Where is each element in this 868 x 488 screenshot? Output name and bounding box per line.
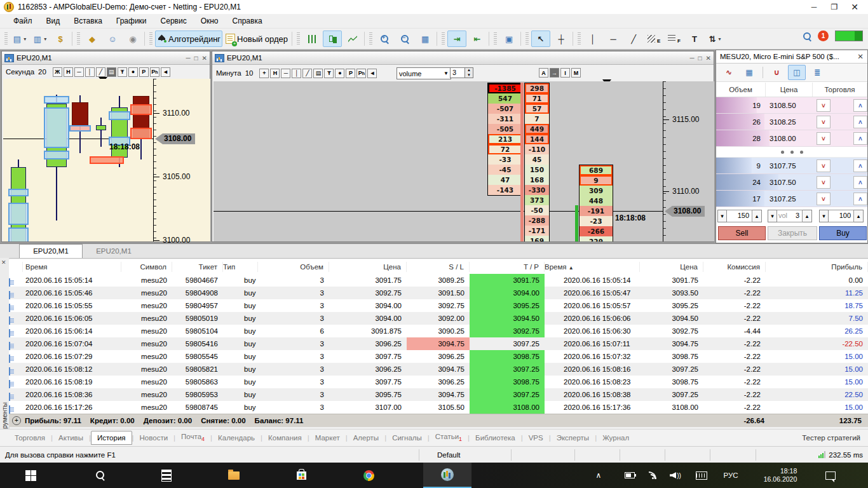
menu-item-6[interactable]: Справка	[226, 15, 269, 27]
history-row[interactable]: 2020.06.16 15:17:26mesu2059808745buy3310…	[9, 401, 868, 414]
metatrader-button[interactable]	[423, 463, 471, 488]
column-header-Комиссия[interactable]: Комиссия	[703, 262, 766, 272]
sell-arrow-button[interactable]: ˅	[817, 132, 831, 145]
cluster-mode-button-0[interactable]: A	[539, 68, 548, 78]
tab-алерты[interactable]: Алерты	[348, 431, 384, 444]
spinner-down-button[interactable]: ▾	[717, 210, 727, 222]
bars-chart-button[interactable]	[302, 30, 322, 47]
clock[interactable]: 18:18 16.06.2020	[750, 463, 811, 488]
line-chart-button[interactable]	[343, 30, 362, 47]
cluster-tool-button-2[interactable]: ─	[74, 67, 84, 77]
close-icon[interactable]: ✕	[1, 259, 6, 266]
minimize-button[interactable]: ─	[804, 1, 824, 13]
close-position-button[interactable]: Закрыть	[768, 226, 817, 240]
cluster-tool-button-6[interactable]: Ŧ	[118, 67, 127, 77]
dom-row[interactable]: 193108.50˅˄	[716, 97, 867, 114]
chart-window-left-titlebar[interactable]: EPU20,M1 ─ □ ✕	[2, 51, 210, 65]
auto-scroll-button[interactable]: ⇥	[447, 30, 466, 47]
dom-row[interactable]: 283108.00˅˄	[716, 130, 867, 147]
calculator-app-button[interactable]	[151, 463, 182, 488]
maximize-button[interactable]: ❐	[825, 1, 844, 13]
menu-item-3[interactable]: Графики	[109, 15, 154, 27]
tab-эксперты[interactable]: Эксперты	[551, 431, 595, 444]
cluster-tool-button-6[interactable]: Ŧ	[324, 69, 334, 78]
menu-item-5[interactable]: Окно	[194, 15, 226, 27]
magnet-button[interactable]: ∪	[768, 65, 785, 80]
keyboard-icon[interactable]	[693, 463, 710, 488]
depth-button[interactable]: ◫	[788, 65, 806, 80]
microsoft-store-button[interactable]	[286, 463, 316, 488]
community-button[interactable]: ☺	[103, 30, 122, 47]
tab-компания[interactable]: Компания	[262, 431, 308, 444]
cluster-tool-button-7[interactable]: ●	[128, 67, 138, 77]
sell-button[interactable]: Sell	[718, 226, 766, 240]
sell-arrow-button[interactable]: ˅	[817, 176, 831, 189]
expand-icon[interactable]: +	[12, 416, 21, 425]
sell-arrow-button[interactable]: ˅	[817, 99, 831, 112]
cluster-tool-button-1[interactable]: H	[270, 69, 280, 78]
column-header-S / L[interactable]: S / L	[407, 262, 470, 272]
column-header-Символ[interactable]: Символ	[121, 262, 172, 272]
cluster-mode-button-3[interactable]: M	[571, 68, 581, 78]
column-header-icon[interactable]	[9, 262, 23, 272]
spinner-down-button[interactable]: ▾	[768, 210, 777, 222]
cluster-mode-button-2[interactable]: I	[560, 68, 570, 78]
tray-chevron-icon[interactable]: ∧	[591, 463, 606, 488]
tab-календарь[interactable]: Календарь	[212, 431, 261, 444]
column-header-T / P[interactable]: T / P	[470, 262, 545, 272]
spinner-up-button[interactable]: ▴	[752, 210, 762, 222]
profiles-button[interactable]: ▥▾	[31, 30, 50, 47]
tab-история[interactable]: История	[91, 431, 132, 445]
cluster-tool-button-5[interactable]: ▤	[107, 67, 116, 77]
chart-shift-button[interactable]: ⇤	[468, 30, 487, 47]
strategy-tester-link[interactable]: Тестер стратегий	[802, 434, 860, 442]
sell-arrow-button[interactable]: ˅	[817, 116, 831, 128]
column-header-Тип[interactable]: Тип	[223, 262, 258, 272]
history-row[interactable]: 2020.06.16 15:06:14mesu2059805104buy6309…	[9, 325, 868, 337]
tab-активы[interactable]: Активы	[53, 431, 89, 444]
column-header-Время[interactable]: Время	[23, 262, 121, 272]
time-sales-button[interactable]: ▦	[740, 65, 758, 80]
history-row[interactable]: 2020.06.16 15:08:19mesu2059805863buy3309…	[9, 376, 868, 388]
volume-profile-button[interactable]: ≣	[808, 65, 826, 80]
cluster-tool-button-4[interactable]: ╱	[96, 67, 105, 77]
price-scale-left[interactable]: 3110.003105.003100.003108.00	[153, 79, 210, 241]
cluster-tool-button-9[interactable]: Ph	[356, 69, 366, 78]
action-center-icon[interactable]	[821, 463, 840, 488]
sell-arrow-button[interactable]: ˅	[817, 193, 831, 205]
buy-arrow-button[interactable]: ˄	[853, 176, 867, 189]
tab-библиотека[interactable]: Библиотека	[470, 431, 521, 444]
fibonacci-button[interactable]: F	[665, 30, 684, 47]
menu-item-1[interactable]: Вид	[39, 15, 67, 27]
tab-почта[interactable]: Почта4	[175, 430, 210, 445]
cluster-tool-button-8[interactable]: P	[346, 69, 355, 78]
cluster-tool-button-0[interactable]: +	[259, 69, 269, 78]
zoom-in-button[interactable]: +	[375, 30, 394, 47]
search-icon[interactable]	[803, 32, 811, 41]
cluster-tool-button-3[interactable]: │	[292, 69, 301, 78]
minimize-icon[interactable]: ─	[186, 55, 190, 62]
new-order-button[interactable]: Новый ордер	[224, 30, 290, 47]
spinner-up-button[interactable]: ▴	[803, 210, 812, 222]
history-row[interactable]: 2020.06.16 15:05:46mesu2059804908buy3309…	[9, 287, 868, 299]
chart-plot-mid[interactable]: -1385547-507-311-50521372-33-4547-143298…	[214, 81, 663, 241]
column-header-Время[interactable]: Время ▲	[545, 262, 640, 272]
market-button[interactable]: ◆	[83, 30, 102, 47]
menu-item-4[interactable]: Сервис	[154, 15, 194, 27]
history-row[interactable]: 2020.06.16 15:08:12mesu2059805821buy3309…	[9, 363, 868, 376]
buy-button[interactable]: Buy	[819, 226, 867, 240]
zoom-out-button[interactable]: −	[395, 30, 414, 47]
column-header-Прибыль[interactable]: Прибыль	[766, 262, 868, 272]
restore-icon[interactable]: □	[698, 55, 702, 62]
dom-row[interactable]: 173107.25˅˄	[716, 191, 867, 207]
tab-статьи[interactable]: Статьи1	[430, 430, 468, 445]
wifi-icon[interactable]	[644, 463, 661, 488]
cluster-tool-button-1[interactable]: H	[64, 67, 73, 77]
chart-button[interactable]: ∿	[720, 65, 738, 80]
history-row[interactable]: 2020.06.16 15:05:14mesu2059804667buy3309…	[9, 274, 868, 287]
tab-маркет[interactable]: Маркет	[309, 431, 346, 444]
arrows-button[interactable]: ⇅▾	[705, 30, 724, 47]
buy-arrow-button[interactable]: ˄	[853, 132, 867, 145]
candles-chart-button[interactable]	[323, 30, 342, 47]
notifications-badge[interactable]: 1	[818, 30, 829, 41]
